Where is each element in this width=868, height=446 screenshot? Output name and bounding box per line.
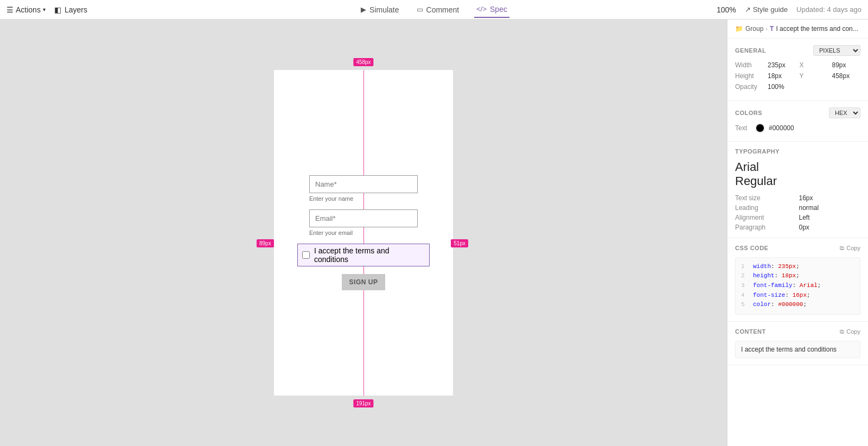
name-field-container [309,175,418,193]
hamburger-icon: ☰ [7,5,14,14]
folder-icon: 📁 [735,25,743,33]
updated-text: Updated: 4 days ago [796,5,861,14]
leading-label: Leading [735,204,797,212]
colors-section: COLORS HEX RGB Text #000000 [727,101,868,142]
actions-menu[interactable]: ☰ Actions ▾ [7,5,46,14]
paragraph-label: Paragraph [735,224,797,231]
name-input[interactable] [309,175,418,193]
email-input[interactable] [309,209,418,227]
actions-label: Actions [16,5,41,14]
spec-icon: </> [476,5,487,13]
general-title: GENERAL [735,47,766,54]
css-line-3: 3font-family: Arial; [741,281,854,291]
leading-value: normal [799,204,861,212]
terms-label: I accept the terms and conditions [314,246,425,264]
canvas[interactable]: 458px 191px 89px 51px Enter your name [0,20,727,446]
top-nav: ☰ Actions ▾ ◧ Layers ▶ Simulate ▭ Commen… [0,0,868,20]
dim-458-badge: 458px [353,58,373,66]
nav-center: ▶ Simulate ▭ Comment </> Spec [359,2,509,18]
terms-checkbox[interactable] [302,251,310,259]
y-label: Y [800,72,832,80]
layers-icon: ◧ [54,5,61,14]
css-code-title: CSS CODE [735,245,768,251]
general-props: Width 235px X 89px Height 18px Y 458px [735,61,860,80]
typography-header: TYPOGRAPHY [735,148,860,155]
color-format-selector[interactable]: HEX RGB [829,107,860,118]
y-row: Y 458px [800,72,861,80]
x-row: X 89px [800,61,861,69]
typography-title: TYPOGRAPHY [735,148,780,155]
opacity-value: 100% [768,83,784,91]
comment-label: Comment [426,5,459,14]
simulate-tab[interactable]: ▶ Simulate [359,2,401,17]
css-code-section: CSS CODE ⧉ Copy 1width: 235px; 2height: … [727,238,868,322]
typography-section: TYPOGRAPHY Arial Regular Text size 16px … [727,142,868,238]
general-header: GENERAL PIXELS PERCENT [735,45,860,56]
text-color-label: Text [735,124,751,132]
text-size-value: 16px [799,194,861,202]
alignment-label: Alignment [735,214,797,221]
height-value: 18px [768,72,782,80]
general-section: GENERAL PIXELS PERCENT Width 235px X 89p… [727,39,868,101]
form-area: Enter your name Enter your email I accep… [274,70,453,396]
content-title: CONTENT [735,328,766,335]
opacity-label: Opacity [735,83,768,91]
chevron-down-icon: ▾ [43,7,46,12]
play-icon: ▶ [361,5,366,14]
spec-tab[interactable]: </> Spec [474,2,509,18]
content-section: CONTENT ⧉ Copy I accept the terms and co… [727,322,868,365]
spec-label: Spec [490,5,507,14]
alignment-value: Left [799,214,861,221]
name-hint: Enter your name [309,195,418,202]
frame-container: 458px 191px 89px 51px Enter your name [274,70,453,396]
right-panel: 📁 Group › T I accept the terms and con..… [727,20,868,446]
copy-icon: ⧉ [840,245,844,252]
unit-selector[interactable]: PIXELS PERCENT [813,45,860,56]
y-value: 458px [832,72,850,80]
comment-icon: ▭ [417,5,423,14]
main-area: 458px 191px 89px 51px Enter your name [0,20,868,446]
x-value: 89px [832,61,846,69]
width-row: Width 235px [735,61,796,69]
css-line-2: 2height: 18px; [741,271,854,281]
text-color-hex: #000000 [769,124,794,132]
layers-button[interactable]: ◧ Layers [54,5,87,14]
dim-51-badge: 51px [451,239,468,247]
text-size-label: Text size [735,194,797,202]
dim-191-badge: 191px [353,399,373,407]
nav-left: ☰ Actions ▾ ◧ Layers [7,5,87,14]
font-name-display: Arial Regular [735,160,860,189]
colors-header: COLORS HEX RGB [735,107,860,118]
paragraph-value: 0px [799,224,861,231]
dim-89-badge: 89px [257,239,274,247]
text-color-swatch[interactable] [756,124,764,132]
email-field-container [309,209,418,227]
nav-right: 100% ↗ Style guide Updated: 4 days ago [717,5,861,14]
terms-checkbox-row[interactable]: I accept the terms and conditions [297,244,430,266]
css-code-header: CSS CODE ⧉ Copy [735,245,860,252]
content-header: CONTENT ⧉ Copy [735,328,860,335]
type-props-grid: Text size 16px Leading normal Alignment … [735,194,860,231]
style-guide-label: Style guide [753,5,788,14]
height-label: Height [735,72,768,80]
content-text: I accept the terms and conditions [741,346,837,353]
design-frame: Enter your name Enter your email I accep… [274,70,453,396]
breadcrumb-active: I accept the terms and con... [776,25,858,33]
colors-title: COLORS [735,110,762,116]
layers-label: Layers [65,5,87,14]
content-copy-button[interactable]: ⧉ Copy [840,328,860,335]
css-line-1: 1width: 235px; [741,262,854,272]
height-row: Height 18px [735,72,796,80]
css-line-5: 5color: #000000; [741,300,854,310]
text-type-icon: T [770,25,774,33]
breadcrumb-separator: › [765,26,768,32]
width-value: 235px [768,61,786,69]
x-label: X [800,61,832,69]
style-guide-link[interactable]: ↗ Style guide [745,5,788,14]
text-color-row: Text #000000 [735,124,860,132]
width-label: Width [735,61,768,69]
css-line-4: 4font-size: 16px; [741,291,854,301]
signup-button[interactable]: SIGN UP [342,274,385,290]
comment-tab[interactable]: ▭ Comment [414,2,462,17]
css-copy-button[interactable]: ⧉ Copy [840,245,860,252]
